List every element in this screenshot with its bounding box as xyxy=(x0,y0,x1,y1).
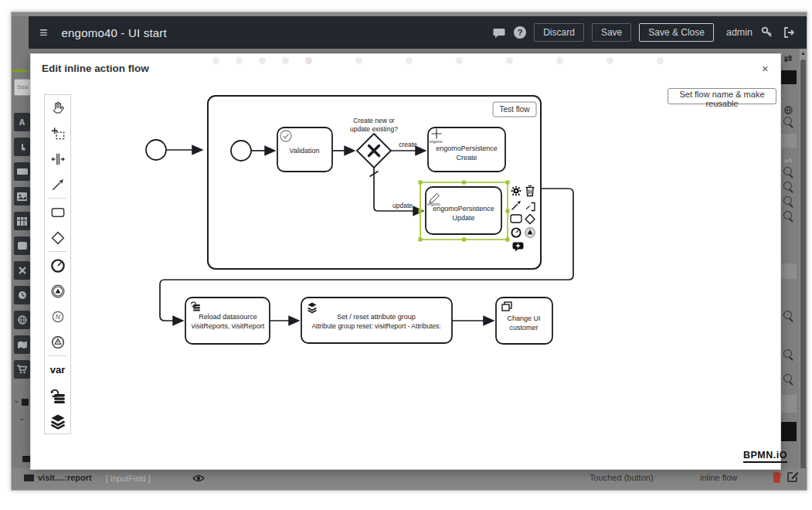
svg-text:Validation: Validation xyxy=(290,147,320,155)
widget-image-icon xyxy=(14,187,30,206)
create-branch-label: create xyxy=(399,141,417,148)
search-icon xyxy=(783,211,792,219)
chat-icon[interactable] xyxy=(492,26,506,39)
panel-block-dark xyxy=(780,422,797,441)
letter-a-glyph: A xyxy=(19,117,25,127)
scroll-up-icon[interactable]: ▲ xyxy=(800,50,807,56)
inputfield-type-icon xyxy=(24,474,34,481)
swap-arrows-icon: ⇄ xyxy=(780,53,797,64)
edit-inline-action-flow-modal: Edit inline action flow × Set flow name … xyxy=(30,53,781,470)
start-event[interactable] xyxy=(146,140,166,160)
link-icon xyxy=(780,154,797,168)
svg-text:Reload datasource: Reload datasource xyxy=(199,313,257,321)
append-error-event-icon[interactable] xyxy=(525,228,535,238)
svg-text:visitReports, visitReport: visitReports, visitReport xyxy=(192,322,265,330)
engomo-badge: engomo: xyxy=(430,140,443,144)
svg-text:Create: Create xyxy=(456,154,477,162)
globe-icon xyxy=(780,104,797,117)
active-tab-accent xyxy=(12,70,27,72)
save-close-button[interactable]: Save & Close xyxy=(639,23,714,42)
scrollbar-thumb[interactable] xyxy=(800,60,806,477)
tree-chevron-icon: ⌄ xyxy=(19,413,25,422)
panel-block xyxy=(780,134,797,148)
svg-text:customer: customer xyxy=(509,324,538,332)
selected-panel-block xyxy=(780,70,797,84)
widget-arrows-icon xyxy=(14,261,30,280)
screenshot-stage: ≡ engomo40 - UI start ? Discard Save Sav… xyxy=(0,0,812,510)
reload-datasource-task[interactable]: Reload datasource visitReports, visitRep… xyxy=(185,298,270,344)
svg-text:Test flow: Test flow xyxy=(500,105,531,114)
settings-gear-icon[interactable] xyxy=(511,186,522,196)
widget-keyboard-icon xyxy=(14,162,30,181)
change-ui-task[interactable]: Change UI customer xyxy=(496,298,552,344)
widget-table-icon xyxy=(14,212,30,230)
start-event-inner[interactable] xyxy=(231,141,251,161)
validation-task[interactable]: Validation xyxy=(277,128,332,172)
svg-text:Change UI: Change UI xyxy=(507,314,540,322)
panel-block xyxy=(780,395,797,413)
gateway-label: Create new or xyxy=(353,117,395,124)
widget-clock-icon xyxy=(14,286,30,304)
engomo-persistence-update-task[interactable]: engomo: engomoPersistence Update xyxy=(426,187,501,234)
hamburger-menu-icon[interactable]: ≡ xyxy=(39,25,48,41)
svg-text:engomoPersistence: engomoPersistence xyxy=(436,144,498,152)
bpmn-canvas[interactable]: Test flow Validation Crea xyxy=(31,54,780,469)
edit-pencil-icon xyxy=(787,471,799,485)
tree-node-icon xyxy=(22,399,29,406)
bottom-status-band: visit....:report [ InputField ] Touched … xyxy=(12,468,807,490)
bpmn-io-logo[interactable]: BPMN.iO xyxy=(743,450,787,463)
logout-icon[interactable] xyxy=(782,26,796,39)
search-icon xyxy=(783,311,792,319)
user-label[interactable]: admin xyxy=(726,27,753,38)
scrollbar[interactable]: ▲ ▼ xyxy=(800,49,807,490)
update-branch-label: update xyxy=(392,202,413,209)
selected-element-name: visit....:report xyxy=(38,473,92,482)
selected-element-type: [ InputField ] xyxy=(106,474,151,483)
search-icon xyxy=(783,117,792,125)
widget-map-icon xyxy=(14,335,30,354)
help-icon[interactable]: ? xyxy=(514,26,526,39)
search-icon xyxy=(783,374,792,382)
svg-text:engomoPersistence: engomoPersistence xyxy=(433,205,494,212)
svg-text:Set / reset attribute group: Set / reset attribute group xyxy=(337,313,416,321)
panel-block xyxy=(780,264,797,279)
svg-text:Attribute group reset: visitRe: Attribute group reset: visitReport - Att… xyxy=(311,322,440,330)
test-flow-button[interactable]: Test flow xyxy=(493,102,536,117)
widget-button-icon xyxy=(14,236,30,255)
discard-button[interactable]: Discard xyxy=(534,23,584,42)
widget-text-icon: A xyxy=(14,113,30,131)
delete-trash-icon xyxy=(772,471,782,486)
attribute-group-task[interactable]: Set / reset attribute group Attribute gr… xyxy=(301,298,452,343)
engomo-persistence-create-task[interactable]: engomo: engomoPersistence Create xyxy=(428,128,505,172)
app-window: ≡ engomo40 - UI start ? Discard Save Sav… xyxy=(11,12,807,491)
touched-event-label: Touched (button) xyxy=(589,473,654,482)
key-icon[interactable] xyxy=(760,26,774,39)
search-icon xyxy=(783,167,792,175)
app-topbar: ≡ engomo40 - UI start ? Discard Save Sav… xyxy=(29,16,807,49)
save-button[interactable]: Save xyxy=(592,23,631,42)
search-icon xyxy=(783,349,792,358)
widget-cart-icon xyxy=(14,360,30,379)
search-icon xyxy=(783,182,792,190)
tree-chevron-icon: ⌄ xyxy=(13,396,19,404)
inline-flow-label: inline flow xyxy=(700,473,737,482)
gateway-label: update existing? xyxy=(350,125,398,133)
widget-touch-icon xyxy=(14,138,30,156)
app-title: engomo40 - UI start xyxy=(62,26,167,39)
eye-icon xyxy=(192,472,205,486)
svg-text:Update: Update xyxy=(452,214,474,222)
widget-web-icon xyxy=(14,311,30,329)
search-icon xyxy=(783,196,792,205)
